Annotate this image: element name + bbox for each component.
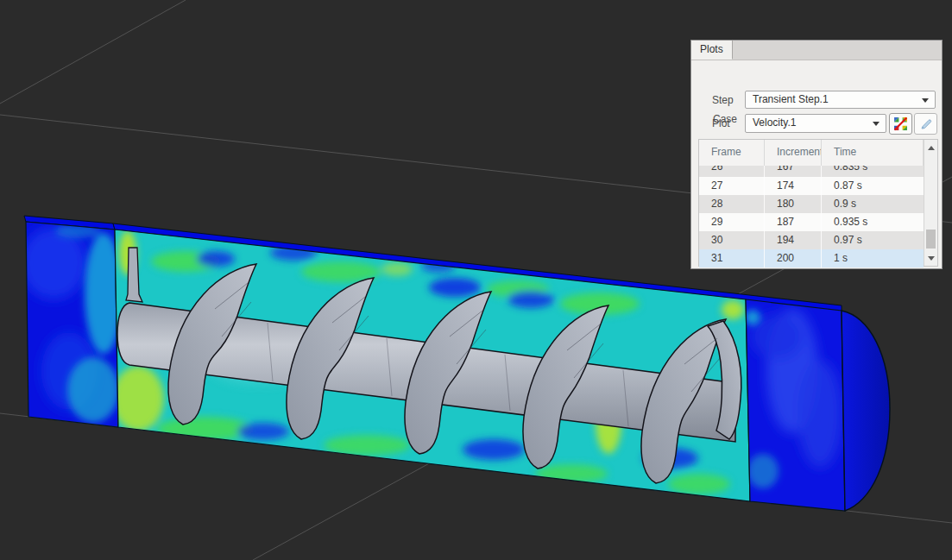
plot-label: Plot xyxy=(712,117,730,129)
step-label: Step xyxy=(712,94,734,106)
frames-table-header: Frame Increment Time xyxy=(699,140,924,167)
column-header-time[interactable]: Time xyxy=(822,140,924,166)
chevron-down-icon xyxy=(922,98,929,103)
scroll-down-icon[interactable] xyxy=(924,252,937,264)
frames-table: Frame Increment Time 26 167 0.835 s 27 1… xyxy=(698,139,938,267)
column-header-increment[interactable]: Increment xyxy=(765,140,822,166)
plot-dropdown[interactable]: Velocity.1 xyxy=(745,114,886,133)
table-row-frame-26[interactable]: 26 167 0.835 s xyxy=(699,166,924,177)
column-header-frame[interactable]: Frame xyxy=(699,140,765,166)
step-dropdown-value: Transient Step.1 xyxy=(753,93,829,105)
table-row-frame-31-selected[interactable]: 31 200 1 s xyxy=(699,249,924,267)
plot-toggle-icon xyxy=(893,116,908,131)
pencil-icon xyxy=(919,117,933,131)
application-window: Plots Case Result Of Baseline Step Trans… xyxy=(0,0,952,560)
frames-table-rows: 26 167 0.835 s 27 174 0.87 s 28 180 0.9 … xyxy=(699,166,924,267)
plots-panel: Plots Case Result Of Baseline Step Trans… xyxy=(690,40,943,269)
table-scrollbar[interactable] xyxy=(924,140,937,266)
scroll-up-icon[interactable] xyxy=(924,142,937,154)
step-dropdown[interactable]: Transient Step.1 xyxy=(745,91,936,109)
plot-dropdown-value: Velocity.1 xyxy=(753,116,796,129)
tab-plots[interactable]: Plots xyxy=(691,41,733,60)
edit-plot-button[interactable] xyxy=(914,113,937,135)
scrollbar-thumb[interactable] xyxy=(926,230,936,249)
table-row-frame-29[interactable]: 29 187 0.935 s xyxy=(699,213,924,231)
flow-section-inlet xyxy=(21,222,123,427)
chevron-down-icon xyxy=(873,122,879,126)
tab-plots-label: Plots xyxy=(700,43,723,55)
table-row-frame-30[interactable]: 30 194 0.97 s xyxy=(699,231,924,249)
table-row-frame-27[interactable]: 27 174 0.87 s xyxy=(699,177,924,195)
table-row-frame-28[interactable]: 28 180 0.9 s xyxy=(699,195,924,213)
toggle-plot-display-button[interactable] xyxy=(889,113,912,135)
flow-section-outlet xyxy=(745,299,845,511)
